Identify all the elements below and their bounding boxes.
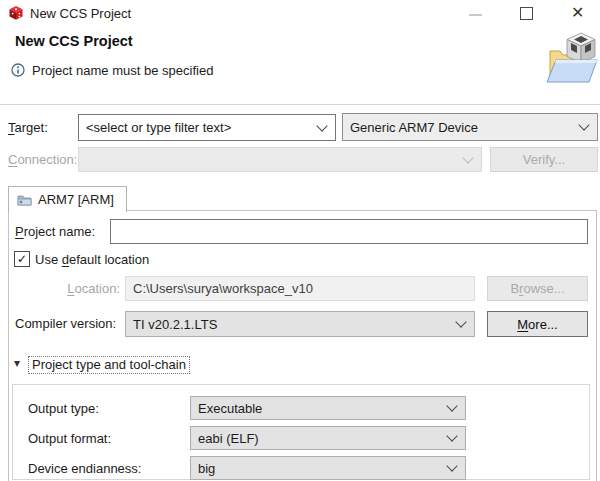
info-icon [11,63,25,77]
connection-combobox [78,147,482,172]
device-endianness-combobox[interactable]: big [190,456,466,480]
location-value: C:\Users\surya\workspace_v10 [133,281,313,296]
minimize-button[interactable] [469,14,482,16]
device-value: Generic ARM7 Device [350,120,478,135]
project-name-input[interactable] [110,219,588,244]
compiler-version-label: Compiler version: [15,316,116,331]
chevron-down-icon [446,430,457,441]
new-project-folder-icon [545,30,599,88]
output-type-combobox[interactable]: Executable [190,396,466,420]
chevron-down-icon [455,316,466,327]
location-field: C:\Users\surya\workspace_v10 [125,276,475,301]
connection-label: Connection: [8,152,77,167]
verify-button: Verify... [490,147,598,172]
device-endianness-label: Device endianness: [28,461,141,476]
chevron-down-icon [462,152,473,163]
chevron-down-icon [578,119,589,130]
project-name-label: Project name: [15,224,95,239]
output-format-combobox[interactable]: eabi (ELF) [190,426,466,450]
tab-arm7[interactable]: ARM7 [ARM] [8,186,127,212]
tab-label: ARM7 [ARM] [38,192,114,207]
header-divider [0,104,600,105]
checkmark-icon: ✓ [17,253,27,265]
output-format-value: eabi (ELF) [198,431,259,446]
target-filter-value: <select or type filter text> [86,120,231,135]
target-filter-combobox[interactable]: <select or type filter text> [78,114,336,141]
project-folder-icon [17,193,32,206]
target-label: Target: [8,120,48,135]
title-bar: New CCS Project ✕ [0,0,600,28]
device-endianness-value: big [198,461,215,476]
use-default-location-label: Use default location [35,252,149,267]
page-title: New CCS Project [15,33,133,49]
output-type-label: Output type: [28,401,99,416]
chevron-down-icon [446,460,457,471]
location-label: Location: [15,281,120,296]
ccs-cube-icon [8,5,24,21]
output-format-label: Output format: [28,431,111,446]
project-type-toolchain-toggle[interactable]: Project type and tool-chain [28,356,190,374]
browse-button: Browse... [487,276,588,301]
window-title: New CCS Project [30,6,131,21]
close-button[interactable]: ✕ [571,3,584,22]
chevron-down-icon [446,400,457,411]
chevron-down-icon [316,120,327,131]
new-ccs-project-dialog: New CCS Project ✕ New CCS Project Projec… [0,0,600,481]
collapse-arrow-icon: ▾ [14,356,20,370]
use-default-location-checkbox[interactable]: ✓ [14,251,30,267]
compiler-version-combobox[interactable]: TI v20.2.1.LTS [125,311,475,337]
compiler-version-value: TI v20.2.1.LTS [133,317,217,332]
more-button[interactable]: More... [487,311,588,337]
device-combobox[interactable]: Generic ARM7 Device [342,113,598,141]
output-type-value: Executable [198,401,262,416]
maximize-button[interactable] [520,7,533,20]
status-message: Project name must be specified [32,63,213,78]
